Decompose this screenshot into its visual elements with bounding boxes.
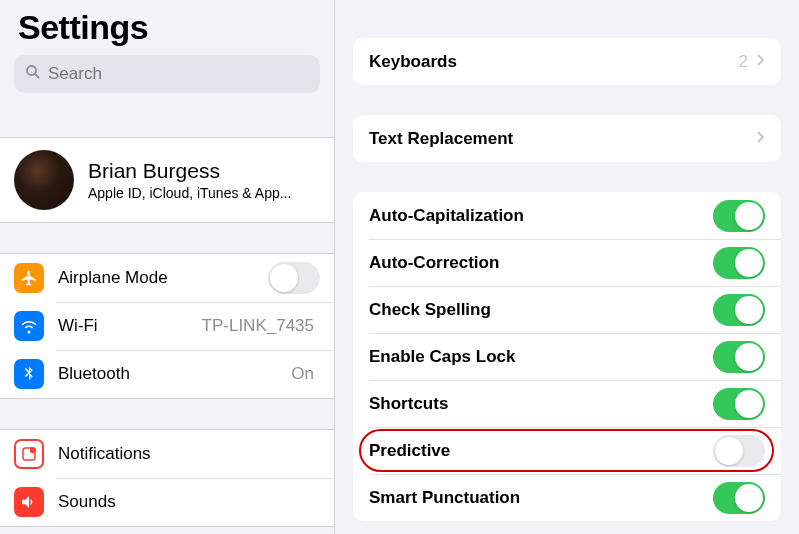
auto-capitalization-label: Auto-Capitalization [369,206,713,226]
avatar [14,150,74,210]
keyboard-switches-group: Auto-Capitalization Auto-Correction Chec… [353,192,781,521]
wifi-icon [14,311,44,341]
wifi-label: Wi-Fi [58,316,202,336]
check-spelling-row[interactable]: Check Spelling [353,286,781,333]
enable-caps-lock-toggle[interactable] [713,341,765,373]
text-replacement-group: Text Replacement [353,115,781,162]
shortcuts-label: Shortcuts [369,394,713,414]
sounds-label: Sounds [58,492,320,512]
smart-punctuation-toggle[interactable] [713,482,765,514]
notifications-icon [14,439,44,469]
apple-id-row[interactable]: Brian Burgess Apple ID, iCloud, iTunes &… [0,138,334,222]
text-replacement-row[interactable]: Text Replacement [353,115,781,162]
shortcuts-toggle[interactable] [713,388,765,420]
auto-capitalization-row[interactable]: Auto-Capitalization [353,192,781,239]
check-spelling-toggle[interactable] [713,294,765,326]
apple-id-name: Brian Burgess [88,159,320,183]
apple-id-subtitle: Apple ID, iCloud, iTunes & App... [88,185,320,201]
wifi-row[interactable]: Wi-Fi TP-LINK_7435 [0,302,334,350]
search-input[interactable] [48,64,310,84]
auto-capitalization-toggle[interactable] [713,200,765,232]
chevron-right-icon [756,130,765,148]
keyboards-group: Keyboards 2 [353,38,781,85]
connectivity-group: Airplane Mode Wi-Fi TP-LINK_7435 Bluetoo… [0,253,334,399]
shortcuts-row[interactable]: Shortcuts [353,380,781,427]
check-spelling-label: Check Spelling [369,300,713,320]
chevron-right-icon [756,53,765,71]
notifications-label: Notifications [58,444,320,464]
airplane-mode-toggle[interactable] [268,262,320,294]
auto-correction-label: Auto-Correction [369,253,713,273]
bluetooth-label: Bluetooth [58,364,291,384]
auto-correction-toggle[interactable] [713,247,765,279]
alerts-group: Notifications Sounds [0,429,334,527]
airplane-mode-row[interactable]: Airplane Mode [0,254,334,302]
sidebar: Settings Brian Burgess Apple ID, iCloud,… [0,0,335,534]
enable-caps-lock-row[interactable]: Enable Caps Lock [353,333,781,380]
keyboards-label: Keyboards [369,52,739,72]
airplane-mode-label: Airplane Mode [58,268,268,288]
search-icon [24,63,42,85]
smart-punctuation-label: Smart Punctuation [369,488,713,508]
main-panel: Keyboards 2 Text Replacement Auto-Capita… [335,0,799,534]
settings-title: Settings [0,0,334,55]
sounds-icon [14,487,44,517]
predictive-toggle[interactable] [713,435,765,467]
wifi-value: TP-LINK_7435 [202,316,314,336]
search-field[interactable] [14,55,320,93]
apple-id-group: Brian Burgess Apple ID, iCloud, iTunes &… [0,137,334,223]
text-replacement-label: Text Replacement [369,129,756,149]
bluetooth-icon [14,359,44,389]
enable-caps-lock-label: Enable Caps Lock [369,347,713,367]
svg-point-3 [31,448,36,453]
predictive-label: Predictive [369,441,713,461]
airplane-icon [14,263,44,293]
svg-line-1 [35,74,39,78]
auto-correction-row[interactable]: Auto-Correction [353,239,781,286]
bluetooth-row[interactable]: Bluetooth On [0,350,334,398]
keyboards-count: 2 [739,52,748,72]
bluetooth-value: On [291,364,314,384]
svg-point-0 [27,66,36,75]
keyboards-row[interactable]: Keyboards 2 [353,38,781,85]
sounds-row[interactable]: Sounds [0,478,334,526]
smart-punctuation-row[interactable]: Smart Punctuation [353,474,781,521]
predictive-row[interactable]: Predictive [353,427,781,474]
notifications-row[interactable]: Notifications [0,430,334,478]
